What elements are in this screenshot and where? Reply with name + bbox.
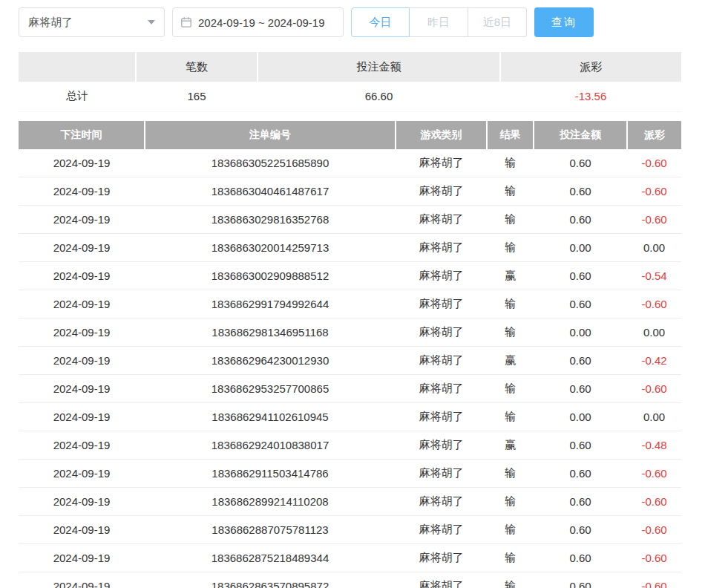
table-row: 2024-09-191836862887075781123麻将胡了输0.60-0… [19, 516, 681, 544]
payout-cell: 0.00 [627, 234, 681, 262]
game-type-cell: 麻将胡了 [396, 572, 487, 588]
game-type-cell: 麻将胡了 [396, 262, 487, 290]
bet-time-cell: 2024-09-19 [19, 516, 145, 544]
result-cell: 输 [487, 488, 534, 516]
summary-header-payout: 派彩 [500, 52, 681, 82]
bet-table-body: 2024-09-191836863052251685890麻将胡了输0.60-0… [19, 149, 681, 588]
bet-amount-cell: 0.00 [534, 403, 627, 431]
table-row: 2024-09-191836862981346951168麻将胡了输0.000.… [19, 318, 681, 347]
bet-table: 下注时间注单编号游戏类别结果投注金额派彩 2024-09-19183686305… [19, 121, 681, 588]
summary-total-row: 总计 165 66.60 -13.56 [19, 82, 681, 111]
date-range-input[interactable]: 2024-09-19 ~ 2024-09-19 [172, 7, 344, 37]
table-row: 2024-09-191836862875218489344麻将胡了输0.60-0… [19, 544, 681, 572]
summary-payout-value: -13.56 [500, 82, 681, 111]
bet-time-cell: 2024-09-19 [19, 488, 145, 516]
table-row: 2024-09-191836862953257700865麻将胡了输0.60-0… [19, 375, 681, 403]
bet-time-cell: 2024-09-19 [19, 290, 145, 318]
bet-amount-cell: 0.60 [534, 149, 627, 177]
summary-total-label: 总计 [19, 82, 136, 111]
order-id-cell: 1836862924010838017 [145, 431, 396, 460]
summary-header-row: 笔数 投注金额 派彩 [19, 52, 681, 82]
payout-cell: 0.00 [627, 318, 681, 347]
payout-cell: -0.48 [627, 431, 681, 460]
order-id-cell: 1836862863570895872 [145, 572, 396, 588]
result-cell: 输 [487, 375, 534, 403]
column-header: 注单编号 [145, 121, 396, 149]
order-id-cell: 1836863029816352768 [145, 206, 396, 234]
payout-cell: -0.60 [627, 177, 681, 206]
table-row: 2024-09-191836862911503414786麻将胡了输0.60-0… [19, 460, 681, 488]
result-cell: 输 [487, 544, 534, 572]
result-cell: 赢 [487, 347, 534, 375]
game-type-cell: 麻将胡了 [396, 177, 487, 206]
payout-cell: -0.60 [627, 488, 681, 516]
summary-bet-amount-value: 66.60 [258, 82, 500, 111]
bet-amount-cell: 0.00 [534, 234, 627, 262]
payout-cell: -0.60 [627, 375, 681, 403]
bet-time-cell: 2024-09-19 [19, 318, 145, 347]
bet-time-cell: 2024-09-19 [19, 375, 145, 403]
game-type-cell: 麻将胡了 [396, 234, 487, 262]
game-type-cell: 麻将胡了 [396, 488, 487, 516]
bet-amount-cell: 0.60 [534, 375, 627, 403]
column-header: 下注时间 [19, 121, 145, 149]
bet-amount-cell: 0.60 [534, 572, 627, 588]
result-cell: 输 [487, 572, 534, 588]
bet-amount-cell: 0.00 [534, 318, 627, 347]
game-type-cell: 麻将胡了 [396, 544, 487, 572]
payout-cell: -0.60 [627, 460, 681, 488]
result-cell: 输 [487, 403, 534, 431]
bet-time-cell: 2024-09-19 [19, 572, 145, 588]
today-button[interactable]: 今日 [351, 7, 410, 37]
bet-amount-cell: 0.60 [534, 516, 627, 544]
bet-time-cell: 2024-09-19 [19, 403, 145, 431]
bet-amount-cell: 0.60 [534, 177, 627, 206]
bet-time-cell: 2024-09-19 [19, 149, 145, 177]
order-id-cell: 1836862964230012930 [145, 347, 396, 375]
bet-time-cell: 2024-09-19 [19, 347, 145, 375]
calendar-icon [180, 16, 192, 28]
table-row: 2024-09-191836862863570895872麻将胡了输0.60-0… [19, 572, 681, 588]
result-cell: 输 [487, 290, 534, 318]
game-type-cell: 麻将胡了 [396, 347, 487, 375]
bet-time-cell: 2024-09-19 [19, 431, 145, 460]
payout-cell: -0.60 [627, 206, 681, 234]
last-8-days-button[interactable]: 近8日 [468, 7, 527, 37]
chevron-down-icon [148, 20, 155, 24]
bet-amount-cell: 0.60 [534, 290, 627, 318]
quick-range-group: 今日 昨日 近8日 [351, 7, 527, 37]
table-row: 2024-09-191836862899214110208麻将胡了输0.60-0… [19, 488, 681, 516]
order-id-cell: 1836862911503414786 [145, 460, 396, 488]
yesterday-button[interactable]: 昨日 [410, 7, 468, 37]
payout-cell: -0.60 [627, 572, 681, 588]
summary-header-blank [19, 52, 136, 82]
order-id-cell: 1836863040461487617 [145, 177, 396, 206]
bet-history-page: 麻将胡了 2024-09-19 ~ 2024-09-19 今日 昨日 近8日 查… [0, 0, 705, 588]
game-type-cell: 麻将胡了 [396, 460, 487, 488]
game-select[interactable]: 麻将胡了 [19, 7, 165, 37]
table-row: 2024-09-191836863040461487617麻将胡了输0.60-0… [19, 177, 681, 206]
search-button[interactable]: 查询 [534, 7, 594, 37]
payout-cell: -0.60 [627, 544, 681, 572]
column-header: 派彩 [627, 121, 681, 149]
table-row: 2024-09-191836862941102610945麻将胡了输0.000.… [19, 403, 681, 431]
table-row: 2024-09-191836863020014259713麻将胡了输0.000.… [19, 234, 681, 262]
result-cell: 输 [487, 318, 534, 347]
date-range-value: 2024-09-19 ~ 2024-09-19 [198, 16, 325, 29]
payout-cell: -0.60 [627, 290, 681, 318]
order-id-cell: 1836862941102610945 [145, 403, 396, 431]
game-type-cell: 麻将胡了 [396, 375, 487, 403]
result-cell: 输 [487, 149, 534, 177]
filter-toolbar: 麻将胡了 2024-09-19 ~ 2024-09-19 今日 昨日 近8日 查… [19, 7, 681, 37]
bet-time-cell: 2024-09-19 [19, 544, 145, 572]
bet-time-cell: 2024-09-19 [19, 460, 145, 488]
result-cell: 输 [487, 460, 534, 488]
bet-amount-cell: 0.60 [534, 488, 627, 516]
payout-cell: -0.54 [627, 262, 681, 290]
column-header: 游戏类别 [396, 121, 487, 149]
summary-table: 笔数 投注金额 派彩 总计 165 66.60 -13.56 [19, 52, 681, 112]
bet-amount-cell: 0.60 [534, 460, 627, 488]
result-cell: 赢 [487, 262, 534, 290]
column-header: 投注金额 [534, 121, 627, 149]
payout-cell: -0.42 [627, 347, 681, 375]
